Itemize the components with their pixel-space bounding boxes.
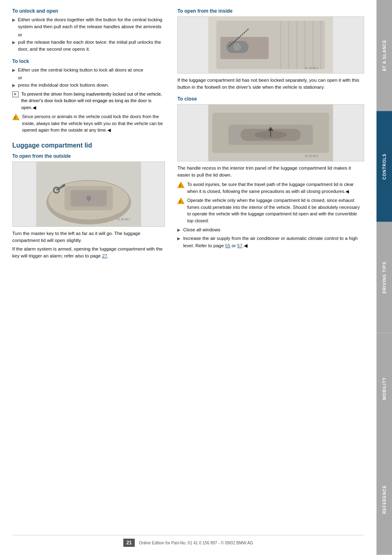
sidebar-tab-mobility[interactable]: Mobility bbox=[376, 333, 392, 444]
sidebar-tab-driving[interactable]: Driving tips bbox=[376, 222, 392, 333]
close-bullet-1: ▶ Close all windows bbox=[177, 226, 364, 233]
page-number: 21 bbox=[123, 539, 135, 547]
sidebar-tab-driving-label: Driving tips bbox=[382, 262, 387, 294]
sidebar-tab-mobility-label: Mobility bbox=[382, 377, 387, 400]
page-container: To unlock and open ▶ Either unlock the d… bbox=[0, 0, 392, 555]
lock-bullet-2: ▶ press the individual door lock buttons… bbox=[12, 82, 165, 89]
sidebar-right: At a glance Controls Driving tips Mobili… bbox=[376, 0, 392, 555]
open-outside-caption-1: Turn the master key to the left as far a… bbox=[12, 230, 165, 244]
close-bullet-2-text: Increase the air supply from the air con… bbox=[183, 235, 364, 249]
sidebar-tab-at-glance[interactable]: At a glance bbox=[376, 0, 392, 111]
unlock-heading: To unlock and open bbox=[12, 8, 165, 14]
close-heading: To close bbox=[177, 96, 364, 102]
close-svg: 01 23 46 3 bbox=[178, 105, 364, 161]
right-column: To open from the inside bbox=[177, 8, 364, 528]
bullet-arrow-icon-3: ▶ bbox=[12, 67, 16, 73]
sidebar-tab-reference[interactable]: Reference bbox=[376, 444, 392, 555]
sidebar-tab-at-glance-label: At a glance bbox=[382, 40, 387, 72]
bullet-arrow-icon-6: ▶ bbox=[177, 235, 180, 242]
svg-text:01 23 46 3: 01 23 46 3 bbox=[305, 154, 318, 157]
open-inside-text: If the luggage compartment lid has not b… bbox=[177, 77, 364, 91]
svg-text:01 23 46 1: 01 23 46 1 bbox=[117, 218, 130, 221]
main-content: To unlock and open ▶ Either unlock the d… bbox=[0, 0, 376, 555]
unlock-bullet-1: ▶ Either unlock the doors together with … bbox=[12, 16, 165, 31]
lock-warning-box: Since persons or animals in the vehicle … bbox=[12, 113, 165, 134]
lock-warning-text: Since persons or animals in the vehicle … bbox=[22, 113, 165, 134]
two-column-layout: To unlock and open ▶ Either unlock the d… bbox=[12, 8, 364, 528]
left-column: To unlock and open ▶ Either unlock the d… bbox=[12, 8, 165, 528]
page57-link[interactable]: 57 bbox=[237, 243, 243, 248]
or-text-2: or bbox=[18, 75, 165, 80]
sidebar-tab-controls[interactable]: Controls bbox=[376, 111, 392, 222]
luggage-heading: Luggage compartment lid bbox=[12, 142, 165, 149]
or-text-1: or bbox=[18, 32, 165, 37]
open-outside-heading: To open from the outside bbox=[12, 153, 165, 159]
open-inside-svg: 01 23 46 2 bbox=[178, 17, 364, 73]
open-inside-image: 01 23 46 2 bbox=[177, 16, 364, 74]
close-warning-1-box: To avoid injuries, be sure that the trav… bbox=[177, 181, 364, 195]
svg-point-22 bbox=[234, 43, 242, 51]
lock-heading: To lock bbox=[12, 58, 165, 64]
close-image: 01 23 46 3 bbox=[177, 104, 364, 161]
close-warning-2-box: Operate the vehicle only when the luggag… bbox=[177, 197, 364, 224]
open-inside-heading: To open from the inside bbox=[177, 8, 364, 14]
unlock-bullet-1-text: Either unlock the doors together with th… bbox=[18, 16, 165, 31]
open-outside-image: 01 23 46 1 bbox=[12, 161, 165, 227]
unlock-bullet-2-text: pull the release handle for each door tw… bbox=[18, 39, 165, 53]
bullet-arrow-icon-2: ▶ bbox=[12, 39, 16, 45]
svg-text:01 23 46 2: 01 23 46 2 bbox=[305, 67, 318, 69]
close-bullet-1-text: Close all windows bbox=[183, 226, 220, 233]
lock-bullet-2-text: press the individual door lock buttons d… bbox=[18, 82, 109, 89]
warning-triangle-icon-2 bbox=[177, 181, 185, 188]
lock-bullet-1-text: Either use the central locking button to… bbox=[18, 67, 143, 74]
page27-link[interactable]: 27 bbox=[102, 253, 107, 258]
sidebar-tab-reference-label: Reference bbox=[382, 485, 387, 514]
bullet-arrow-icon-5: ▶ bbox=[177, 227, 180, 233]
lock-note-text: To prevent the driver from being inadver… bbox=[21, 91, 165, 111]
warning-triangle-icon bbox=[12, 114, 20, 120]
arrow-box-icon: ► bbox=[12, 92, 19, 97]
bullet-arrow-icon-4: ▶ bbox=[12, 82, 16, 88]
close-bullet-2: ▶ Increase the air supply from the air c… bbox=[177, 235, 364, 249]
lock-note-box: ► To prevent the driver from being inadv… bbox=[12, 91, 165, 111]
open-outside-svg: 01 23 46 1 bbox=[13, 162, 165, 226]
close-warning-1-text: To avoid injuries, be sure that the trav… bbox=[187, 181, 364, 195]
close-text: The handle recess in the interior trim p… bbox=[177, 165, 364, 179]
warning-triangle-icon-3 bbox=[177, 197, 185, 204]
page55-link[interactable]: 55 bbox=[225, 243, 230, 248]
page-footer: 21 Online Edition for Part-No. 01 41 0 1… bbox=[12, 535, 364, 547]
sidebar-tab-controls-label: Controls bbox=[382, 153, 387, 179]
footer-text: Online Edition for Part-No. 01 41 0 156 … bbox=[139, 541, 253, 545]
open-outside-caption-2: If the alarm system is armed, opening th… bbox=[12, 246, 165, 260]
lock-bullet-1: ▶ Either use the central locking button … bbox=[12, 67, 165, 74]
close-warning-2-text: Operate the vehicle only when the luggag… bbox=[187, 197, 364, 224]
unlock-bullet-2: ▶ pull the release handle for each door … bbox=[12, 39, 165, 53]
svg-rect-6 bbox=[88, 198, 89, 201]
bullet-arrow-icon: ▶ bbox=[12, 17, 16, 23]
